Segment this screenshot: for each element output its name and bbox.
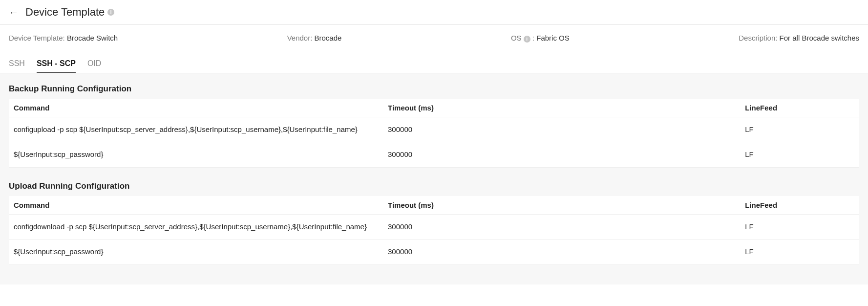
meta-os-label: OS	[511, 34, 522, 42]
section-title-upload: Upload Running Configuration	[9, 181, 859, 191]
cell-command: configupload -p scp ${UserInput:scp_serv…	[9, 117, 383, 142]
table-row: ${UserInput:scp_password} 300000 LF	[9, 240, 859, 265]
meta-vendor-label: Vendor:	[287, 34, 313, 42]
cell-command: ${UserInput:scp_password}	[9, 142, 383, 168]
col-timeout-header: Timeout (ms)	[383, 99, 740, 117]
col-linefeed-header: LineFeed	[740, 196, 859, 215]
col-timeout-header: Timeout (ms)	[383, 196, 740, 215]
cell-linefeed: LF	[740, 240, 859, 265]
os-info-icon[interactable]: i	[524, 36, 530, 43]
meta-description-value: For all Brocade switches	[780, 34, 859, 42]
meta-template-value: Brocade Switch	[67, 34, 118, 42]
back-arrow-icon[interactable]: ←	[9, 7, 19, 17]
section-title-backup: Backup Running Configuration	[9, 84, 859, 94]
meta-description-label: Description:	[739, 34, 777, 42]
tab-ssh-scp[interactable]: SSH - SCP	[37, 56, 76, 73]
cell-timeout: 300000	[383, 240, 740, 265]
meta-os: OS i : Fabric OS	[511, 34, 570, 43]
col-command-header: Command	[9, 196, 383, 215]
upload-table: Command Timeout (ms) LineFeed configdown…	[9, 196, 859, 265]
cell-command: configdownload -p scp ${UserInput:scp_se…	[9, 214, 383, 240]
header-bar: ← Device Template i	[0, 0, 868, 25]
cell-command: ${UserInput:scp_password}	[9, 240, 383, 265]
page-title: Device Template i	[25, 6, 114, 19]
meta-os-suffix: :	[532, 34, 534, 42]
page-title-text: Device Template	[25, 6, 105, 19]
cell-timeout: 300000	[383, 214, 740, 240]
table-row: ${UserInput:scp_password} 300000 LF	[9, 142, 859, 168]
table-row: configupload -p scp ${UserInput:scp_serv…	[9, 117, 859, 142]
meta-template-label: Device Template:	[9, 34, 65, 42]
tabs: SSH SSH - SCP OID	[0, 56, 868, 73]
meta-vendor: Vendor: Brocade	[287, 34, 342, 43]
cell-linefeed: LF	[740, 117, 859, 142]
meta-template: Device Template: Brocade Switch	[9, 34, 118, 43]
cell-timeout: 300000	[383, 117, 740, 142]
backup-table: Command Timeout (ms) LineFeed configuplo…	[9, 99, 859, 168]
table-row: configdownload -p scp ${UserInput:scp_se…	[9, 214, 859, 240]
cell-linefeed: LF	[740, 142, 859, 168]
tab-oid[interactable]: OID	[87, 56, 101, 73]
tab-ssh[interactable]: SSH	[9, 56, 25, 73]
info-icon[interactable]: i	[107, 9, 114, 16]
col-command-header: Command	[9, 99, 383, 117]
meta-description: Description: For all Brocade switches	[739, 34, 859, 43]
content-area: Backup Running Configuration Command Tim…	[0, 73, 868, 284]
meta-vendor-value: Brocade	[315, 34, 342, 42]
meta-row: Device Template: Brocade Switch Vendor: …	[0, 25, 868, 56]
cell-linefeed: LF	[740, 214, 859, 240]
meta-os-value: Fabric OS	[536, 34, 570, 42]
cell-timeout: 300000	[383, 142, 740, 168]
col-linefeed-header: LineFeed	[740, 99, 859, 117]
